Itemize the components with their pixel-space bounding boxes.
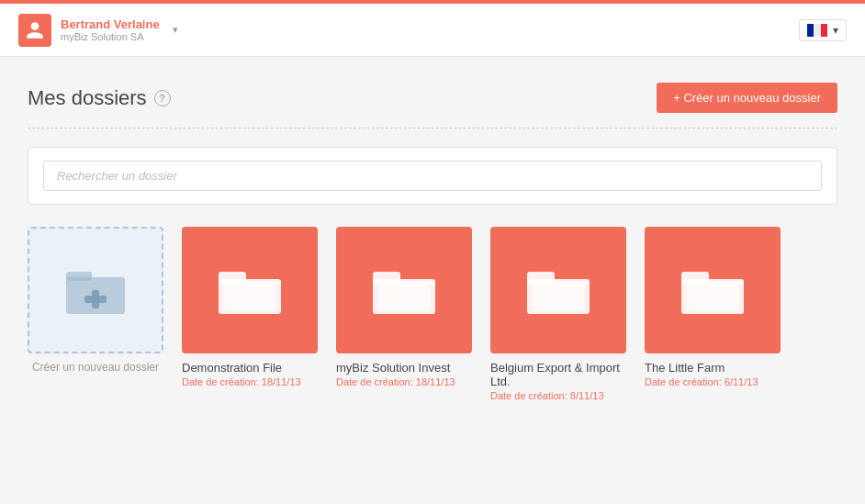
language-label: ▾: [833, 24, 838, 37]
svg-rect-2: [821, 24, 827, 37]
dossier-folder-icon-0: [182, 227, 318, 353]
create-dossier-button[interactable]: + Créer un nouveau dossier: [657, 83, 837, 113]
dossiers-grid: Créer un nouveau dossier Demonstration F…: [28, 227, 837, 401]
dossier-card-3[interactable]: The Little Farm Date de création: 6/11/1…: [645, 227, 781, 401]
svg-rect-14: [378, 285, 430, 310]
new-dossier-label: Créer un nouveau dossier: [32, 361, 159, 374]
language-selector[interactable]: ▾: [799, 19, 847, 41]
folder-svg-1: [371, 263, 437, 318]
header-user-section[interactable]: Bertrand Verlaine myBiz Solution SA ▾: [18, 14, 178, 47]
svg-rect-13: [373, 281, 435, 285]
dossier-title-0: Demonstration File: [182, 361, 318, 375]
header: Bertrand Verlaine myBiz Solution SA ▾ ▾: [0, 4, 865, 57]
user-company: myBiz Solution SA: [61, 31, 160, 42]
svg-rect-18: [533, 285, 584, 310]
search-wrap: [28, 147, 837, 205]
dossier-folder-icon-3: [645, 227, 781, 353]
dossier-folder-icon-1: [336, 227, 472, 353]
svg-rect-1: [814, 24, 821, 37]
dossier-folder-icon-2: [490, 227, 626, 353]
dossier-card-1[interactable]: myBiz Solution Invest Date de création: …: [336, 227, 472, 401]
svg-rect-4: [66, 272, 92, 281]
user-dropdown-arrow[interactable]: ▾: [173, 24, 178, 36]
dossier-card-2[interactable]: Belgium Export & Import Ltd. Date de cré…: [490, 227, 626, 401]
svg-rect-21: [681, 281, 744, 285]
dossier-card-0[interactable]: Demonstration File Date de création: 18/…: [182, 227, 318, 401]
svg-rect-10: [224, 285, 275, 310]
dossier-date-0: Date de création: 18/11/13: [182, 376, 318, 387]
dossier-title-2: Belgium Export & Import Ltd.: [490, 361, 626, 388]
dossier-cards: Demonstration File Date de création: 18/…: [182, 227, 781, 401]
folder-svg-2: [525, 263, 591, 318]
dossier-title-3: The Little Farm: [645, 361, 781, 375]
new-folder-svg: [62, 263, 129, 318]
main-content: Mes dossiers ? + Créer un nouveau dossie…: [0, 57, 865, 427]
dossier-date-2: Date de création: 8/11/13: [490, 390, 626, 401]
flag-icon: [807, 24, 827, 37]
user-name: Bertrand Verlaine: [61, 17, 160, 31]
search-input[interactable]: [43, 161, 822, 191]
new-dossier-card[interactable]: Créer un nouveau dossier: [28, 227, 163, 374]
new-dossier-icon: [28, 227, 163, 353]
svg-rect-17: [527, 281, 590, 285]
svg-rect-6: [84, 296, 107, 303]
page-header: Mes dossiers ? + Créer un nouveau dossie…: [28, 83, 837, 113]
svg-rect-22: [687, 285, 738, 310]
dossier-date-1: Date de création: 18/11/13: [336, 376, 472, 387]
dossier-date-3: Date de création: 6/11/13: [645, 376, 781, 387]
folder-svg-0: [217, 263, 283, 318]
avatar: [18, 14, 51, 47]
divider: [28, 128, 837, 129]
svg-rect-9: [219, 281, 281, 285]
user-info: Bertrand Verlaine myBiz Solution SA: [61, 17, 160, 42]
svg-rect-0: [807, 24, 814, 37]
dossier-title-1: myBiz Solution Invest: [336, 361, 472, 375]
help-icon[interactable]: ?: [154, 90, 171, 106]
page-title-wrap: Mes dossiers ?: [28, 86, 171, 110]
page-title: Mes dossiers: [28, 86, 147, 110]
folder-svg-3: [680, 263, 746, 318]
